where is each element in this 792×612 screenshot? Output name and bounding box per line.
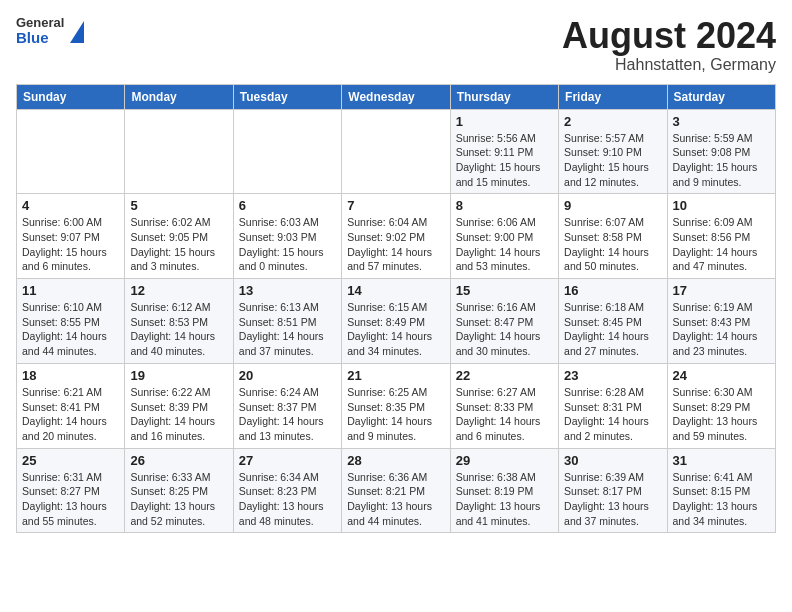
day-info: Sunrise: 5:59 AM Sunset: 9:08 PM Dayligh… xyxy=(673,132,758,188)
calendar-cell: 14Sunrise: 6:15 AM Sunset: 8:49 PM Dayli… xyxy=(342,279,450,364)
day-number: 13 xyxy=(239,283,336,298)
calendar-cell: 29Sunrise: 6:38 AM Sunset: 8:19 PM Dayli… xyxy=(450,448,558,533)
day-number: 11 xyxy=(22,283,119,298)
day-info: Sunrise: 5:57 AM Sunset: 9:10 PM Dayligh… xyxy=(564,132,649,188)
weekday-header-tuesday: Tuesday xyxy=(233,84,341,109)
title-area: August 2024 Hahnstatten, Germany xyxy=(562,16,776,74)
day-number: 21 xyxy=(347,368,444,383)
calendar-cell xyxy=(125,109,233,194)
day-number: 19 xyxy=(130,368,227,383)
day-info: Sunrise: 6:18 AM Sunset: 8:45 PM Dayligh… xyxy=(564,301,649,357)
day-info: Sunrise: 6:02 AM Sunset: 9:05 PM Dayligh… xyxy=(130,216,215,272)
day-number: 25 xyxy=(22,453,119,468)
calendar-cell: 21Sunrise: 6:25 AM Sunset: 8:35 PM Dayli… xyxy=(342,363,450,448)
calendar-cell: 26Sunrise: 6:33 AM Sunset: 8:25 PM Dayli… xyxy=(125,448,233,533)
calendar-week-row: 25Sunrise: 6:31 AM Sunset: 8:27 PM Dayli… xyxy=(17,448,776,533)
day-number: 9 xyxy=(564,198,661,213)
calendar-cell: 31Sunrise: 6:41 AM Sunset: 8:15 PM Dayli… xyxy=(667,448,775,533)
calendar-body: 1Sunrise: 5:56 AM Sunset: 9:11 PM Daylig… xyxy=(17,109,776,533)
calendar-table: SundayMondayTuesdayWednesdayThursdayFrid… xyxy=(16,84,776,534)
day-number: 3 xyxy=(673,114,770,129)
day-number: 29 xyxy=(456,453,553,468)
day-info: Sunrise: 6:16 AM Sunset: 8:47 PM Dayligh… xyxy=(456,301,541,357)
calendar-cell: 20Sunrise: 6:24 AM Sunset: 8:37 PM Dayli… xyxy=(233,363,341,448)
calendar-cell: 5Sunrise: 6:02 AM Sunset: 9:05 PM Daylig… xyxy=(125,194,233,279)
day-number: 4 xyxy=(22,198,119,213)
calendar-cell: 23Sunrise: 6:28 AM Sunset: 8:31 PM Dayli… xyxy=(559,363,667,448)
day-info: Sunrise: 6:13 AM Sunset: 8:51 PM Dayligh… xyxy=(239,301,324,357)
calendar-cell: 16Sunrise: 6:18 AM Sunset: 8:45 PM Dayli… xyxy=(559,279,667,364)
day-number: 1 xyxy=(456,114,553,129)
day-number: 23 xyxy=(564,368,661,383)
day-number: 2 xyxy=(564,114,661,129)
day-info: Sunrise: 6:10 AM Sunset: 8:55 PM Dayligh… xyxy=(22,301,107,357)
logo-triangle-icon xyxy=(70,21,84,43)
day-info: Sunrise: 6:09 AM Sunset: 8:56 PM Dayligh… xyxy=(673,216,758,272)
day-info: Sunrise: 6:25 AM Sunset: 8:35 PM Dayligh… xyxy=(347,386,432,442)
calendar-week-row: 1Sunrise: 5:56 AM Sunset: 9:11 PM Daylig… xyxy=(17,109,776,194)
weekday-header-saturday: Saturday xyxy=(667,84,775,109)
day-info: Sunrise: 6:38 AM Sunset: 8:19 PM Dayligh… xyxy=(456,471,541,527)
day-info: Sunrise: 6:39 AM Sunset: 8:17 PM Dayligh… xyxy=(564,471,649,527)
calendar-cell: 30Sunrise: 6:39 AM Sunset: 8:17 PM Dayli… xyxy=(559,448,667,533)
day-info: Sunrise: 6:04 AM Sunset: 9:02 PM Dayligh… xyxy=(347,216,432,272)
calendar-cell: 25Sunrise: 6:31 AM Sunset: 8:27 PM Dayli… xyxy=(17,448,125,533)
weekday-header-sunday: Sunday xyxy=(17,84,125,109)
calendar-cell: 1Sunrise: 5:56 AM Sunset: 9:11 PM Daylig… xyxy=(450,109,558,194)
day-number: 31 xyxy=(673,453,770,468)
calendar-cell: 27Sunrise: 6:34 AM Sunset: 8:23 PM Dayli… xyxy=(233,448,341,533)
day-info: Sunrise: 6:41 AM Sunset: 8:15 PM Dayligh… xyxy=(673,471,758,527)
calendar-cell: 17Sunrise: 6:19 AM Sunset: 8:43 PM Dayli… xyxy=(667,279,775,364)
day-number: 28 xyxy=(347,453,444,468)
day-info: Sunrise: 5:56 AM Sunset: 9:11 PM Dayligh… xyxy=(456,132,541,188)
day-info: Sunrise: 6:33 AM Sunset: 8:25 PM Dayligh… xyxy=(130,471,215,527)
calendar-cell: 8Sunrise: 6:06 AM Sunset: 9:00 PM Daylig… xyxy=(450,194,558,279)
calendar-cell: 28Sunrise: 6:36 AM Sunset: 8:21 PM Dayli… xyxy=(342,448,450,533)
weekday-header-row: SundayMondayTuesdayWednesdayThursdayFrid… xyxy=(17,84,776,109)
page-header: General Blue August 2024 Hahnstatten, Ge… xyxy=(16,16,776,74)
weekday-header-friday: Friday xyxy=(559,84,667,109)
calendar-week-row: 11Sunrise: 6:10 AM Sunset: 8:55 PM Dayli… xyxy=(17,279,776,364)
calendar-cell: 9Sunrise: 6:07 AM Sunset: 8:58 PM Daylig… xyxy=(559,194,667,279)
day-number: 22 xyxy=(456,368,553,383)
calendar-cell: 10Sunrise: 6:09 AM Sunset: 8:56 PM Dayli… xyxy=(667,194,775,279)
calendar-cell: 2Sunrise: 5:57 AM Sunset: 9:10 PM Daylig… xyxy=(559,109,667,194)
day-number: 20 xyxy=(239,368,336,383)
calendar-cell: 7Sunrise: 6:04 AM Sunset: 9:02 PM Daylig… xyxy=(342,194,450,279)
day-info: Sunrise: 6:15 AM Sunset: 8:49 PM Dayligh… xyxy=(347,301,432,357)
day-info: Sunrise: 6:36 AM Sunset: 8:21 PM Dayligh… xyxy=(347,471,432,527)
calendar-week-row: 4Sunrise: 6:00 AM Sunset: 9:07 PM Daylig… xyxy=(17,194,776,279)
calendar-cell: 13Sunrise: 6:13 AM Sunset: 8:51 PM Dayli… xyxy=(233,279,341,364)
calendar-cell xyxy=(233,109,341,194)
day-number: 10 xyxy=(673,198,770,213)
day-info: Sunrise: 6:34 AM Sunset: 8:23 PM Dayligh… xyxy=(239,471,324,527)
day-info: Sunrise: 6:24 AM Sunset: 8:37 PM Dayligh… xyxy=(239,386,324,442)
calendar-cell: 3Sunrise: 5:59 AM Sunset: 9:08 PM Daylig… xyxy=(667,109,775,194)
day-info: Sunrise: 6:19 AM Sunset: 8:43 PM Dayligh… xyxy=(673,301,758,357)
calendar-cell: 11Sunrise: 6:10 AM Sunset: 8:55 PM Dayli… xyxy=(17,279,125,364)
logo-blue: Blue xyxy=(16,30,64,47)
day-number: 6 xyxy=(239,198,336,213)
day-info: Sunrise: 6:28 AM Sunset: 8:31 PM Dayligh… xyxy=(564,386,649,442)
day-info: Sunrise: 6:06 AM Sunset: 9:00 PM Dayligh… xyxy=(456,216,541,272)
calendar-cell: 24Sunrise: 6:30 AM Sunset: 8:29 PM Dayli… xyxy=(667,363,775,448)
day-info: Sunrise: 6:31 AM Sunset: 8:27 PM Dayligh… xyxy=(22,471,107,527)
calendar-cell xyxy=(17,109,125,194)
day-number: 27 xyxy=(239,453,336,468)
calendar-week-row: 18Sunrise: 6:21 AM Sunset: 8:41 PM Dayli… xyxy=(17,363,776,448)
day-number: 30 xyxy=(564,453,661,468)
day-number: 26 xyxy=(130,453,227,468)
weekday-header-wednesday: Wednesday xyxy=(342,84,450,109)
day-number: 16 xyxy=(564,283,661,298)
day-info: Sunrise: 6:12 AM Sunset: 8:53 PM Dayligh… xyxy=(130,301,215,357)
calendar-cell: 22Sunrise: 6:27 AM Sunset: 8:33 PM Dayli… xyxy=(450,363,558,448)
day-number: 14 xyxy=(347,283,444,298)
day-info: Sunrise: 6:00 AM Sunset: 9:07 PM Dayligh… xyxy=(22,216,107,272)
day-number: 8 xyxy=(456,198,553,213)
weekday-header-monday: Monday xyxy=(125,84,233,109)
calendar-cell: 15Sunrise: 6:16 AM Sunset: 8:47 PM Dayli… xyxy=(450,279,558,364)
day-number: 12 xyxy=(130,283,227,298)
calendar-cell: 6Sunrise: 6:03 AM Sunset: 9:03 PM Daylig… xyxy=(233,194,341,279)
logo-general: General xyxy=(16,16,64,30)
logo: General Blue xyxy=(16,16,84,47)
